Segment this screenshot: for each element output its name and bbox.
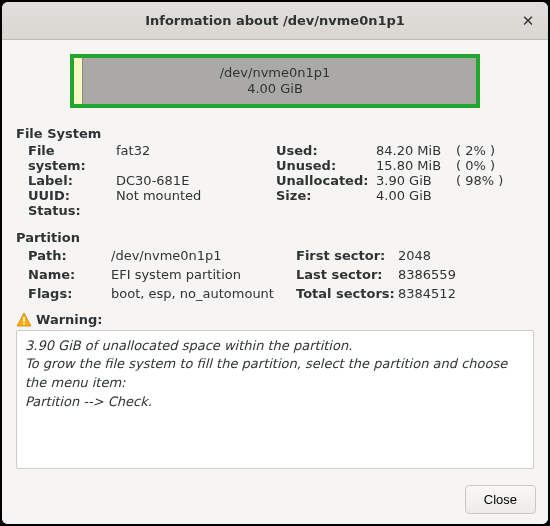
fs-used-label: Used: [276, 143, 376, 158]
fs-heading: File System [16, 126, 534, 141]
fs-label-label: Label: [28, 173, 116, 188]
fs-used-pct: ( 2% ) [456, 143, 516, 158]
part-name-label: Name: [16, 266, 111, 285]
fs-size-value: 4.00 GiB [376, 188, 456, 203]
window-title: Information about /dev/nvme0n1p1 [145, 13, 405, 28]
fs-uuid-label: UUID: [28, 188, 116, 203]
fs-unalloc-label: Unallocated: [276, 173, 376, 188]
warning-line2: To grow the file system to fill the part… [25, 355, 525, 393]
fs-unalloc-value: 3.90 GiB [376, 173, 456, 188]
part-total-label: Total sectors: [296, 285, 398, 304]
partition-heading: Partition [16, 230, 534, 245]
partition-grid: Path: /dev/nvme0n1p1 First sector: 2048 … [16, 247, 534, 304]
fs-label-value [116, 158, 276, 173]
part-first-value: 2048 [398, 247, 534, 266]
part-path-value: /dev/nvme0n1p1 [111, 247, 296, 266]
usage-bar-label: /dev/nvme0n1p1 4.00 GiB [74, 58, 476, 104]
warning-line3: Partition --> Check. [25, 393, 525, 412]
fs-status-value: Not mounted [116, 188, 276, 203]
fs-unused-value: 15.80 MiB [376, 158, 456, 173]
dialog-window: Information about /dev/nvme0n1p1 ✕ /dev/… [2, 2, 548, 524]
usage-device: /dev/nvme0n1p1 [220, 65, 331, 81]
warning-label: Warning: [36, 312, 103, 327]
part-flags-value: boot, esp, no_automount [111, 285, 296, 304]
part-last-value: 8386559 [398, 266, 534, 285]
dialog-content: /dev/nvme0n1p1 4.00 GiB File System File… [2, 40, 548, 477]
part-flags-label: Flags: [16, 285, 111, 304]
fs-size-pct [456, 188, 516, 203]
fs-filesystem-label: File system: [28, 143, 116, 173]
part-first-label: First sector: [296, 247, 398, 266]
fs-status-label: Status: [28, 203, 116, 218]
titlebar[interactable]: Information about /dev/nvme0n1p1 ✕ [2, 2, 548, 40]
usage-bar: /dev/nvme0n1p1 4.00 GiB [70, 54, 480, 108]
fs-unalloc-pct: ( 98% ) [456, 173, 516, 188]
close-button[interactable]: Close [465, 485, 536, 514]
part-path-label: Path: [16, 247, 111, 266]
fs-size-label: Size: [276, 188, 376, 203]
svg-rect-0 [23, 317, 25, 322]
fs-used-value: 84.20 MiB [376, 143, 456, 158]
fs-unused-label: Unused: [276, 158, 376, 173]
warning-line1: 3.90 GiB of unallocated space within the… [25, 337, 525, 356]
svg-rect-1 [23, 323, 25, 325]
part-name-value: EFI system partition [111, 266, 296, 285]
fs-filesystem-value: fat32 [116, 143, 276, 158]
fs-unused-pct: ( 0% ) [456, 158, 516, 173]
usage-size: 4.00 GiB [247, 81, 303, 97]
part-total-value: 8384512 [398, 285, 534, 304]
fs-uuid-value: DC30-681E [116, 173, 276, 188]
warning-icon [16, 312, 32, 328]
fs-grid: File system: Label: UUID: Status: fat32 … [16, 143, 534, 218]
close-icon[interactable]: ✕ [516, 2, 540, 39]
warning-header: Warning: [16, 312, 534, 328]
part-last-label: Last sector: [296, 266, 398, 285]
warning-box: 3.90 GiB of unallocated space within the… [16, 330, 534, 469]
dialog-footer: Close [2, 477, 548, 524]
